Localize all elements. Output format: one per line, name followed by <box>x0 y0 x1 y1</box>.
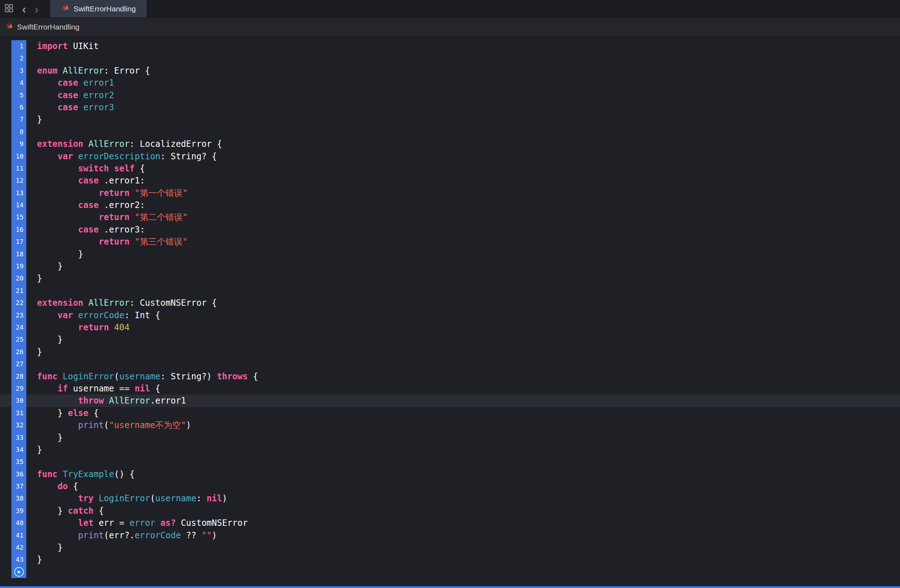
line-number[interactable]: 11 <box>11 162 26 175</box>
line-number[interactable]: 9 <box>11 138 26 150</box>
code-line[interactable]: switch self { <box>26 162 900 175</box>
line-number[interactable]: 3 <box>11 65 26 77</box>
run-button[interactable]: ▶ <box>14 567 24 577</box>
code-line[interactable]: let err = error as? CustomNSError <box>26 517 900 529</box>
indent <box>37 152 57 161</box>
code-line[interactable]: var errorDescription: String? { <box>26 150 900 162</box>
code-line-row: 19 } <box>0 260 900 272</box>
line-number[interactable]: 34 <box>11 444 26 456</box>
code-token: ) <box>212 531 217 540</box>
line-number[interactable]: 17 <box>11 236 26 248</box>
line-number[interactable]: 41 <box>11 529 26 542</box>
line-number[interactable]: 10 <box>11 150 26 162</box>
line-number[interactable]: 4 <box>11 77 26 89</box>
tab-swifterrorhandling[interactable]: SwiftErrorHandling <box>50 0 147 17</box>
line-number[interactable]: 38 <box>11 492 26 504</box>
code-line[interactable]: return 404 <box>26 321 900 333</box>
code-line[interactable]: case .error3: <box>26 224 900 236</box>
code-line[interactable]: return "第二个错误" <box>26 211 900 223</box>
line-number[interactable]: 29 <box>11 382 26 395</box>
code-line[interactable]: print(err?.errorCode ?? "") <box>26 529 900 542</box>
line-number[interactable]: 42 <box>11 542 26 554</box>
code-line[interactable] <box>26 358 900 370</box>
line-number[interactable]: 22 <box>11 297 26 309</box>
code-line[interactable]: func LoginError(username: String?) throw… <box>26 370 900 382</box>
forward-button[interactable]: › <box>30 0 43 17</box>
code-line[interactable] <box>26 456 900 468</box>
line-number[interactable]: 20 <box>11 272 26 285</box>
code-line[interactable]: } <box>26 444 900 456</box>
line-number[interactable]: 27 <box>11 358 26 370</box>
line-number[interactable]: 39 <box>11 505 26 517</box>
code-line[interactable]: } <box>26 346 900 358</box>
code-line[interactable]: enum AllError: Error { <box>26 65 900 77</box>
line-number[interactable]: 18 <box>11 248 26 260</box>
code-line[interactable]: } catch { <box>26 505 900 517</box>
code-line[interactable] <box>26 52 900 64</box>
line-number[interactable]: 30 <box>11 395 26 407</box>
line-number[interactable]: 1 <box>11 40 26 52</box>
code-line[interactable]: } <box>26 248 900 260</box>
code-line[interactable]: return "第一个错误" <box>26 187 900 199</box>
window-overview-button[interactable] <box>0 0 18 17</box>
code-line[interactable]: throw AllError.error1 <box>26 395 900 407</box>
indent <box>37 481 57 491</box>
code-line[interactable] <box>26 126 900 138</box>
code-line[interactable]: extension AllError: LocalizedError { <box>26 138 900 150</box>
code-line[interactable]: } <box>26 554 900 566</box>
code-line[interactable]: case error1 <box>26 77 900 89</box>
line-number[interactable]: 8 <box>11 126 26 138</box>
line-number[interactable]: 13 <box>11 187 26 199</box>
line-number[interactable]: 43 <box>11 554 26 566</box>
line-number[interactable]: 40 <box>11 517 26 529</box>
line-number[interactable]: 7 <box>11 113 26 125</box>
line-number[interactable]: 2 <box>11 52 26 64</box>
code-line-row: 34} <box>0 444 900 456</box>
line-number[interactable]: 35 <box>11 456 26 468</box>
line-number[interactable]: 6 <box>11 101 26 113</box>
line-number[interactable]: 14 <box>11 199 26 211</box>
line-number[interactable]: 21 <box>11 285 26 297</box>
code-line[interactable]: extension AllError: CustomNSError { <box>26 297 900 309</box>
line-number[interactable]: 31 <box>11 407 26 419</box>
code-line[interactable]: import UIKit <box>26 40 900 52</box>
code-line[interactable]: return "第三个错误" <box>26 236 900 248</box>
code-line[interactable]: } <box>26 432 900 444</box>
line-number[interactable]: 26 <box>11 346 26 358</box>
indent <box>37 433 57 443</box>
code-line[interactable]: case .error2: <box>26 199 900 211</box>
code-line[interactable]: try LoginError(username: nil) <box>26 492 900 504</box>
code-line[interactable]: var errorCode: Int { <box>26 309 900 321</box>
code-line[interactable]: } <box>26 542 900 554</box>
line-number[interactable]: 16 <box>11 224 26 236</box>
code-line[interactable]: do { <box>26 480 900 492</box>
code-line[interactable]: } <box>26 113 900 125</box>
line-number[interactable]: 23 <box>11 309 26 321</box>
code-line[interactable]: } else { <box>26 407 900 419</box>
code-line[interactable]: if username == nil { <box>26 382 900 395</box>
line-number[interactable]: 5 <box>11 89 26 101</box>
code-line[interactable]: case error2 <box>26 89 900 101</box>
code-line[interactable]: case error3 <box>26 101 900 113</box>
line-number[interactable]: 24 <box>11 321 26 333</box>
code-line[interactable]: } <box>26 272 900 285</box>
line-number[interactable]: 32 <box>11 419 26 431</box>
code-line[interactable]: } <box>26 333 900 345</box>
line-number[interactable]: 28 <box>11 370 26 382</box>
code-line[interactable] <box>26 285 900 297</box>
jump-bar[interactable]: SwiftErrorHandling <box>0 18 900 37</box>
line-number[interactable]: 33 <box>11 432 26 444</box>
code-line[interactable] <box>26 566 900 578</box>
code-line[interactable]: print("username不为空") <box>26 419 900 431</box>
code-line[interactable]: func TryExample() { <box>26 468 900 480</box>
line-number[interactable]: 37 <box>11 480 26 492</box>
line-number[interactable]: 36 <box>11 468 26 480</box>
code-line[interactable]: case .error1: <box>26 175 900 187</box>
code-area[interactable]: 1import UIKit23enum AllError: Error {4 c… <box>0 40 900 578</box>
line-number[interactable]: 15 <box>11 211 26 223</box>
line-number[interactable]: 25 <box>11 333 26 345</box>
code-line[interactable]: } <box>26 260 900 272</box>
line-number[interactable]: 12 <box>11 175 26 187</box>
line-number[interactable]: 19 <box>11 260 26 272</box>
back-button[interactable]: ‹ <box>18 0 30 17</box>
